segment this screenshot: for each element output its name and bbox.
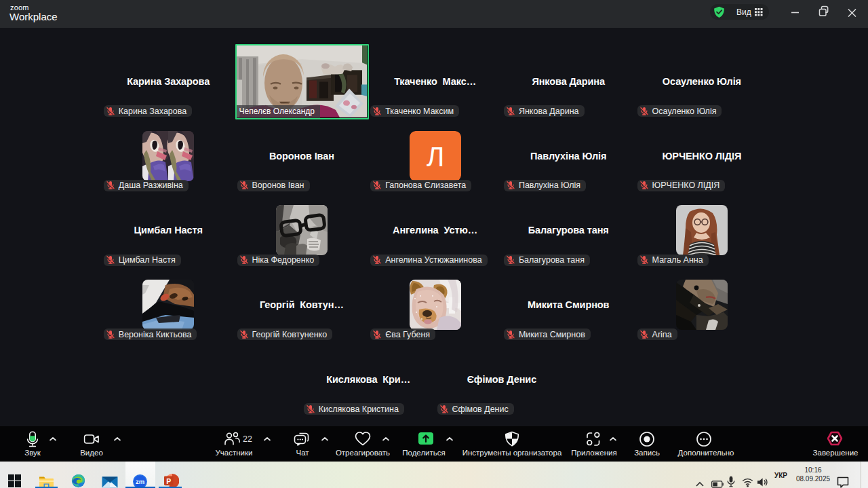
svg-text:P: P xyxy=(166,477,171,485)
svg-text:Л: Л xyxy=(426,142,443,172)
svg-text:zm: zm xyxy=(136,478,144,485)
